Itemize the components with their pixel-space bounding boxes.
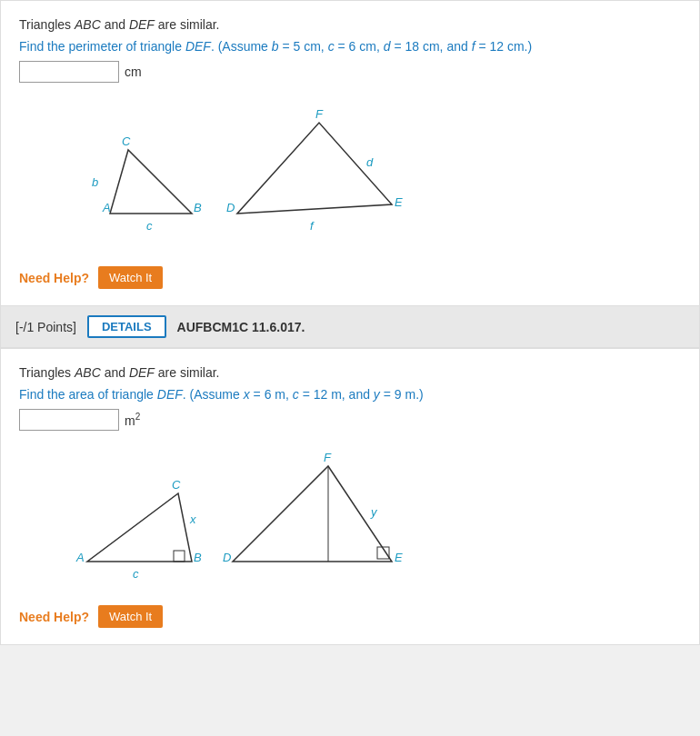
svg-text:x: x — [189, 512, 196, 526]
svg-text:c: c — [133, 567, 139, 581]
svg-text:F: F — [324, 451, 332, 464]
svg-marker-19 — [233, 466, 392, 562]
q2-diagram: A B C x c D E F y — [37, 443, 681, 589]
svg-text:y: y — [370, 505, 378, 519]
svg-marker-0 — [110, 150, 192, 214]
q1-answer-row: cm — [19, 61, 681, 83]
question-1-block: Triangles ABC and DEF are similar. Find … — [0, 0, 700, 306]
svg-text:F: F — [315, 107, 324, 121]
svg-text:E: E — [395, 195, 403, 209]
q2-need-help-label: Need Help? — [19, 610, 89, 624]
svg-text:D: D — [223, 551, 231, 564]
q2-details-bar: [-/1 Points] DETAILS AUFBCM1C 11.6.017. — [0, 306, 700, 348]
q1-find-text: Find the perimeter of triangle DEF. (Ass… — [19, 39, 681, 54]
q1-watch-it-button[interactable]: Watch It — [98, 266, 163, 289]
q2-unit: m2 — [125, 412, 140, 428]
q2-points-label: [-/1 Points] — [15, 320, 76, 334]
question-2-block: Triangles ABC and DEF are similar. Find … — [0, 348, 700, 645]
q2-intro: Triangles ABC and DEF are similar. — [19, 365, 681, 380]
q2-answer-row: m2 — [19, 409, 681, 431]
q1-answer-input[interactable] — [19, 61, 119, 83]
svg-text:d: d — [366, 155, 374, 169]
q1-diagram: A B C b c D E F d f — [37, 95, 681, 250]
q1-unit: cm — [125, 65, 142, 79]
svg-text:B: B — [194, 551, 202, 564]
svg-text:b: b — [92, 175, 98, 189]
svg-text:B: B — [194, 201, 202, 214]
svg-text:A: A — [102, 201, 111, 214]
svg-text:C: C — [122, 134, 131, 148]
q2-watch-it-button[interactable]: Watch It — [98, 605, 163, 628]
svg-rect-13 — [174, 551, 185, 562]
q2-find-text: Find the area of triangle DEF. (Assume x… — [19, 387, 681, 402]
q1-intro: Triangles ABC and DEF are similar. — [19, 17, 681, 32]
svg-text:E: E — [395, 551, 403, 564]
svg-text:C: C — [172, 478, 181, 492]
q2-need-help-row: Need Help? Watch It — [19, 605, 681, 628]
q2-details-button[interactable]: DETAILS — [87, 315, 166, 338]
svg-text:A: A — [75, 551, 85, 564]
svg-marker-12 — [87, 493, 192, 562]
svg-text:f: f — [310, 219, 315, 233]
svg-text:D: D — [226, 201, 235, 214]
q2-answer-input[interactable] — [19, 409, 119, 431]
q1-need-help-row: Need Help? Watch It — [19, 266, 681, 289]
q2-details-code: AUFBCM1C 11.6.017. — [177, 320, 305, 334]
svg-text:c: c — [146, 219, 153, 233]
q1-need-help-label: Need Help? — [19, 271, 89, 285]
